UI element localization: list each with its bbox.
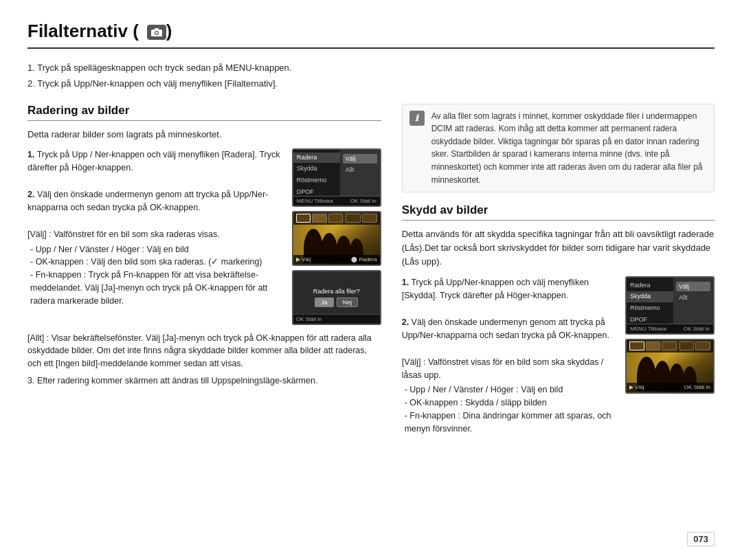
dialog-footer-right: OK Ställ in bbox=[296, 316, 322, 322]
sub-item-2: Fn-knappen : Tryck på Fn-knappen för att… bbox=[30, 269, 285, 307]
note-text: Av alla filer som lagrats i minnet, komm… bbox=[431, 110, 707, 187]
step-images-right: Radera Skydda Röstmemo DPOF Kopiera till… bbox=[625, 276, 715, 436]
step1-block-right: 1. Tryck på Upp/Ner-knappen och välj men… bbox=[402, 276, 715, 436]
note-box: ℹ Av alla filer som lagrats i minnet, ko… bbox=[402, 104, 715, 193]
cam-menu-item-radera-r: Radera bbox=[627, 280, 673, 291]
step1-block: 1. Tryck på Upp / Ner-knappen och välj m… bbox=[27, 148, 381, 325]
photo-bar-right-r: OK Ställ In bbox=[684, 384, 710, 390]
photo-bar-left: ▶ Välj bbox=[296, 256, 311, 262]
allt-note: [Allt] : Visar bekräftelsefönster. Välj … bbox=[27, 332, 381, 370]
cam-footer-1: MENU Tillbaka OK Ställ in bbox=[293, 196, 380, 205]
file-icon bbox=[147, 25, 166, 40]
sub-item-0: Upp / Ner / Vänster / Höger : Välj en bi… bbox=[30, 243, 285, 256]
intro-line2: 2. Tryck på Upp/Ner-knappen och välj men… bbox=[27, 77, 715, 91]
right-column: ℹ Av alla filer som lagrats i minnet, ko… bbox=[402, 104, 715, 443]
cam-footer-right-r: OK Ställ In bbox=[684, 326, 710, 332]
note-icon: ℹ bbox=[409, 111, 425, 126]
valj-note-left: [Välj] : Valfönstret för en bil som ska … bbox=[27, 228, 285, 241]
cam-footer-left-r: MENU Tillbaka bbox=[630, 326, 666, 332]
photo-bar: ▶ Välj ⬤ Radera bbox=[293, 255, 380, 265]
cam-submenu-right: Välj Allt bbox=[673, 278, 713, 324]
left-column: Radering av bilder Detta raderar bilder … bbox=[27, 104, 381, 443]
sub-item-right-1: OK-knappen : Skydda / släpp bilden bbox=[405, 396, 618, 410]
step-images-left: Radera Skydda Röstmemo DPOF Kopiera till… bbox=[292, 148, 381, 325]
section-title-skydd: Skydd av bilder bbox=[402, 203, 715, 221]
cam-menu-list: Radera Skydda Röstmemo DPOF Kopiera till… bbox=[293, 150, 340, 196]
photo-bar-r: ▶ Välj OK Ställ In bbox=[627, 383, 713, 392]
cam-menu-item-skydda: Skydda bbox=[293, 164, 340, 175]
section-desc-radering: Detta raderar bilder som lagrats på minn… bbox=[27, 128, 381, 142]
sub-item-right-2: Fn-knappen : Dina ändringar kommer att s… bbox=[405, 410, 618, 436]
valj-note-right: [Välj] : Valfönstret visas för en bild s… bbox=[402, 356, 618, 382]
cam-submenu-valj: Välj bbox=[343, 154, 377, 164]
cam-menu-item-skydda-r: Skydda bbox=[627, 291, 673, 302]
cam-footer-left: MENU Tillbaka bbox=[297, 198, 333, 204]
cam-menu-item-rostmemo: Röstmemo bbox=[293, 175, 340, 186]
page-number: 073 bbox=[687, 532, 715, 546]
camera-screen-3: Radera alla filer? Ja Nej OK Ställ in bbox=[292, 270, 381, 325]
dialog-btn-yes[interactable]: Ja bbox=[315, 298, 334, 307]
cam-submenu-allt-r: Allt bbox=[676, 293, 710, 302]
cam-footer-right-1: MENU Tillbaka OK Ställ In bbox=[627, 324, 713, 333]
page-title: Filalternativ ( bbox=[27, 21, 139, 42]
camera-screen-right-1: Radera Skydda Röstmemo DPOF Kopiera till… bbox=[625, 276, 715, 335]
cam-menu-item-rostmemo-r: Röstmemo bbox=[627, 303, 673, 314]
photo-bar-right: ⬤ Radera bbox=[351, 256, 376, 262]
page-header: Filalternativ ( ) bbox=[27, 21, 715, 49]
step1-text-right: 1. Tryck på Upp/Ner-knappen och välj men… bbox=[402, 276, 618, 436]
page-title-suffix: ) bbox=[166, 21, 172, 42]
camera-screen-1: Radera Skydda Röstmemo DPOF Kopiera till… bbox=[292, 148, 381, 207]
camera-screen-2: ▶ Välj ⬤ Radera bbox=[292, 211, 381, 266]
step3: 3. Efter radering kommer skärmen att änd… bbox=[27, 374, 381, 388]
intro-line1: 1. Tryck på spellägesknappen och tryck s… bbox=[27, 61, 715, 76]
photo-bar-left-r: ▶ Välj bbox=[629, 384, 644, 390]
sub-list-left: Upp / Ner / Vänster / Höger : Välj en bi… bbox=[27, 243, 285, 308]
cam-footer-right: OK Ställ in bbox=[350, 198, 376, 204]
cam-submenu-1: Välj Allt bbox=[340, 150, 380, 196]
cam-submenu-valj-r: Välj bbox=[676, 282, 710, 291]
cam-menu-list-right: Radera Skydda Röstmemo DPOF Kopiera till… bbox=[627, 278, 673, 324]
dialog-footer: OK Ställ in bbox=[293, 314, 380, 324]
dialog-options: Ja Nej bbox=[315, 298, 358, 307]
sub-item-1: OK-knappen : Välj den bild som ska rader… bbox=[30, 256, 285, 269]
cam-submenu-allt: Allt bbox=[343, 165, 377, 175]
camera-screen-right-2: ▶ Välj OK Ställ In bbox=[625, 339, 715, 394]
dialog-btn-no[interactable]: Nej bbox=[337, 298, 359, 307]
dialog-question: Radera alla filer? bbox=[309, 288, 364, 295]
svg-rect-1 bbox=[155, 28, 159, 30]
section-title-radering: Radering av bilder bbox=[27, 104, 381, 121]
cam-menu-item-radera: Radera bbox=[293, 153, 340, 164]
section-desc-skydd: Detta används för att skydda specifika t… bbox=[402, 227, 715, 269]
intro-block: 1. Tryck på spellägesknappen och tryck s… bbox=[27, 61, 715, 91]
svg-point-3 bbox=[155, 32, 158, 34]
page: Filalternativ ( ) 1. Tryck på spellägesk… bbox=[0, 0, 742, 560]
two-col-layout: Radering av bilder Detta raderar bilder … bbox=[27, 104, 715, 443]
sub-list-right: Upp / Ner / Vänster / Höger : Välj en bi… bbox=[402, 383, 618, 435]
step1-text: 1. Tryck på Upp / Ner-knappen och välj m… bbox=[27, 148, 285, 325]
sub-item-right-0: Upp / Ner / Vänster / Höger : Välj en bi… bbox=[405, 383, 618, 396]
